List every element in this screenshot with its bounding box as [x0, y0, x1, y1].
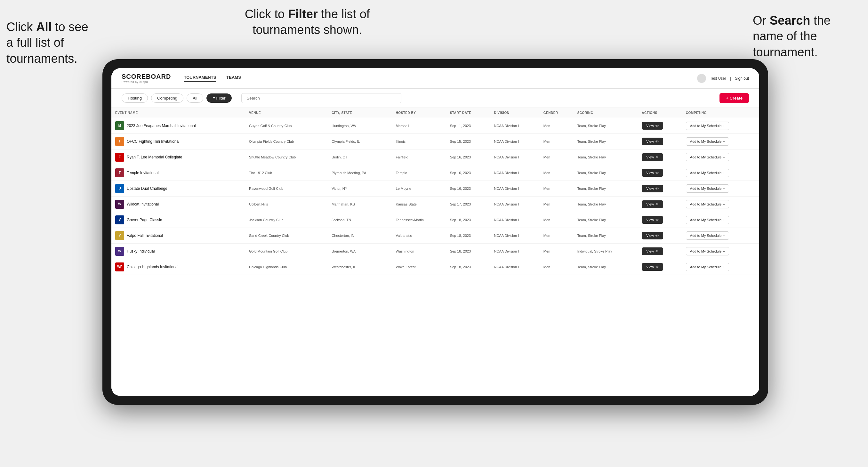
division-cell-1: NCAA Division I — [490, 134, 539, 150]
gender-cell-0: Men — [539, 118, 574, 134]
table-row: I OFCC Fighting Illini Invitational Olym… — [112, 134, 759, 150]
competing-cell-0: Add to My Schedule + — [682, 118, 759, 134]
city-state-cell-0: Huntington, WV — [328, 118, 392, 134]
table-row: WF Chicago Highlands Invitational Chicag… — [112, 259, 759, 275]
add-to-schedule-btn-7[interactable]: Add to My Schedule + — [686, 231, 729, 240]
venue-cell-2: Shuttle Meadow Country Club — [245, 150, 328, 165]
view-btn-8[interactable]: View 👁 — [642, 247, 663, 255]
event-name-cell-1: I OFCC Fighting Illini Invitational — [112, 134, 245, 150]
gender-cell-7: Men — [539, 228, 574, 244]
venue-cell-3: The 1912 Club — [245, 165, 328, 181]
table-row: W Wildcat Invitational Colbert Hills Man… — [112, 196, 759, 212]
division-cell-3: NCAA Division I — [490, 165, 539, 181]
add-to-schedule-btn-0[interactable]: Add to My Schedule + — [686, 122, 729, 130]
event-name-cell-2: F Ryan T. Lee Memorial Collegiate — [112, 150, 245, 165]
eye-icon-1: 👁 — [655, 140, 659, 144]
plus-icon-6: + — [723, 218, 724, 222]
annotation-topright: Or Search the name of the tournament. — [753, 13, 862, 60]
table-row: U Upstate Dual Challenge Ravenwood Golf … — [112, 181, 759, 196]
city-state-cell-2: Berlin, CT — [328, 150, 392, 165]
competing-cell-2: Add to My Schedule + — [682, 150, 759, 165]
nav-separator: | — [730, 76, 731, 81]
division-cell-9: NCAA Division I — [490, 259, 539, 275]
table-body: M 2023 Joe Feaganes Marshall Invitationa… — [112, 118, 759, 275]
city-state-cell-8: Bremerton, WA — [328, 244, 392, 259]
view-btn-3[interactable]: View 👁 — [642, 169, 663, 177]
view-btn-9[interactable]: View 👁 — [642, 263, 663, 271]
hosted-by-cell-4: Le Moyne — [392, 181, 446, 196]
team-logo-5: W — [115, 200, 124, 209]
event-name-text-6: Grover Page Classic — [127, 217, 162, 223]
division-cell-6: NCAA Division I — [490, 212, 539, 228]
venue-cell-7: Sand Creek Country Club — [245, 228, 328, 244]
add-to-schedule-btn-9[interactable]: Add to My Schedule + — [686, 263, 729, 271]
competing-filter-btn[interactable]: Competing — [151, 93, 183, 103]
actions-cell-6: View 👁 — [638, 212, 682, 228]
nav-right: Test User | Sign out — [697, 74, 749, 83]
actions-cell-7: View 👁 — [638, 228, 682, 244]
team-logo-0: M — [115, 121, 124, 130]
scoring-cell-3: Team, Stroke Play — [574, 165, 638, 181]
view-btn-4[interactable]: View 👁 — [642, 185, 663, 192]
add-to-schedule-btn-5[interactable]: Add to My Schedule + — [686, 200, 729, 208]
event-name-text-9: Chicago Highlands Invitational — [127, 264, 178, 270]
col-division: DIVISION — [490, 108, 539, 118]
logo-area: SCOREBOARD Powered by clippd — [122, 73, 171, 84]
filter-toggle-btn[interactable]: ≡ Filter — [207, 93, 231, 103]
eye-icon-5: 👁 — [655, 203, 659, 206]
add-to-schedule-btn-6[interactable]: Add to My Schedule + — [686, 216, 729, 224]
view-btn-1[interactable]: View 👁 — [642, 137, 663, 145]
view-btn-5[interactable]: View 👁 — [642, 200, 663, 208]
event-name-text-5: Wildcat Invitational — [127, 201, 159, 207]
gender-cell-6: Men — [539, 212, 574, 228]
create-btn[interactable]: + Create — [719, 93, 749, 103]
view-btn-2[interactable]: View 👁 — [642, 153, 663, 161]
add-to-schedule-btn-2[interactable]: Add to My Schedule + — [686, 153, 729, 161]
add-to-schedule-btn-1[interactable]: Add to My Schedule + — [686, 137, 729, 146]
plus-icon-1: + — [723, 139, 724, 144]
add-to-schedule-btn-4[interactable]: Add to My Schedule + — [686, 184, 729, 193]
actions-cell-0: View 👁 — [638, 118, 682, 134]
eye-icon-3: 👁 — [655, 171, 659, 175]
gender-cell-4: Men — [539, 181, 574, 196]
hosted-by-cell-8: Washington — [392, 244, 446, 259]
start-date-cell-4: Sep 16, 2023 — [446, 181, 490, 196]
division-cell-5: NCAA Division I — [490, 196, 539, 212]
add-to-schedule-btn-3[interactable]: Add to My Schedule + — [686, 169, 729, 177]
search-input[interactable] — [241, 93, 401, 103]
scoring-cell-9: Team, Stroke Play — [574, 259, 638, 275]
competing-cell-5: Add to My Schedule + — [682, 196, 759, 212]
actions-cell-9: View 👁 — [638, 259, 682, 275]
event-name-cell-6: V Grover Page Classic — [112, 212, 245, 228]
plus-icon-9: + — [723, 265, 724, 269]
team-logo-4: U — [115, 184, 124, 193]
avatar — [697, 74, 706, 83]
team-logo-7: V — [115, 231, 124, 240]
tablet-screen: SCOREBOARD Powered by clippd TOURNAMENTS… — [112, 68, 759, 396]
filter-bar: Hosting Competing All ≡ Filter + Create — [112, 89, 759, 108]
view-btn-0[interactable]: View 👁 — [642, 122, 663, 130]
city-state-cell-6: Jackson, TN — [328, 212, 392, 228]
nav-tournaments[interactable]: TOURNAMENTS — [184, 75, 216, 82]
eye-icon-8: 👁 — [655, 250, 659, 253]
eye-icon-6: 👁 — [655, 218, 659, 222]
col-venue: VENUE — [245, 108, 328, 118]
all-filter-btn[interactable]: All — [187, 93, 203, 103]
scoring-cell-7: Team, Stroke Play — [574, 228, 638, 244]
team-logo-9: WF — [115, 262, 124, 272]
hosted-by-cell-3: Temple — [392, 165, 446, 181]
nav-teams[interactable]: TEAMS — [226, 75, 241, 82]
add-to-schedule-btn-8[interactable]: Add to My Schedule + — [686, 247, 729, 255]
gender-cell-8: Men — [539, 244, 574, 259]
signout-link[interactable]: Sign out — [735, 76, 749, 81]
team-logo-6: V — [115, 215, 124, 224]
view-btn-7[interactable]: View 👁 — [642, 232, 663, 240]
hosted-by-cell-7: Valparaiso — [392, 228, 446, 244]
tournaments-table-container: EVENT NAME VENUE CITY, STATE HOSTED BY S… — [112, 108, 759, 396]
col-city-state: CITY, STATE — [328, 108, 392, 118]
plus-icon-4: + — [723, 187, 724, 190]
hosting-filter-btn[interactable]: Hosting — [122, 93, 148, 103]
view-btn-6[interactable]: View 👁 — [642, 216, 663, 224]
col-scoring: SCORING — [574, 108, 638, 118]
gender-cell-1: Men — [539, 134, 574, 150]
